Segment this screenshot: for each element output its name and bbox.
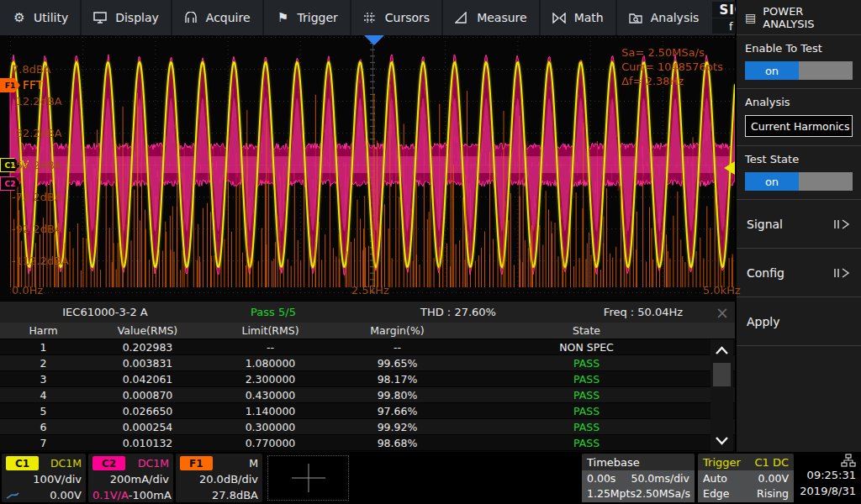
menu-item-display[interactable]: Display bbox=[82, 0, 172, 35]
menu-label: Acquire bbox=[206, 11, 251, 24]
toggle-on-half: on bbox=[745, 61, 799, 80]
table-cell: PASS bbox=[462, 357, 710, 370]
table-row: 30.0420612.30000098.17%PASS bbox=[0, 371, 735, 387]
analysis-icon bbox=[629, 12, 644, 24]
empty-channel-slot[interactable] bbox=[267, 455, 349, 501]
panel-header: ▤ POWER ANALYSIS bbox=[737, 0, 861, 35]
power-analysis-panel: ▤ POWER ANALYSIS Enable To Test on Analy… bbox=[736, 0, 861, 452]
config-menu-item[interactable]: Config bbox=[737, 249, 861, 297]
scrollbar-thumb[interactable] bbox=[713, 363, 731, 386]
trigger-label: Trigger bbox=[703, 456, 741, 469]
harmonics-table-body: 10.202983----NON SPEC20.0038311.08000099… bbox=[0, 339, 735, 451]
table-cell: 0.000870 bbox=[87, 389, 209, 402]
table-cell: -- bbox=[332, 341, 462, 354]
table-header: Limit(RMS) bbox=[209, 324, 332, 337]
table-cell: 99.92% bbox=[332, 421, 462, 433]
table-row: 10.202983----NON SPEC bbox=[0, 339, 735, 355]
menu-item-utility[interactable]: ⚙ Utility bbox=[0, 0, 82, 35]
gear-icon: ⚙ bbox=[12, 10, 27, 25]
menu-item-math[interactable]: Math bbox=[541, 0, 617, 35]
trigger-level: 0.00V bbox=[758, 471, 789, 486]
signal-menu-item[interactable]: Signal bbox=[737, 200, 861, 249]
table-header: Margin(%) bbox=[332, 324, 462, 337]
f1-mode: M bbox=[249, 457, 258, 470]
pass-status: Pass 5/5 bbox=[210, 306, 336, 318]
table-cell: 1.080000 bbox=[209, 357, 332, 370]
toggle-on-half: on bbox=[745, 172, 799, 191]
test-result-bar: IEC61000-3-2 A Pass 5/5 THD : 27.60% Fre… bbox=[0, 301, 735, 323]
submenu-arrow-icon bbox=[832, 267, 851, 279]
table-cell: 0.000254 bbox=[87, 421, 209, 433]
f1-chip: F1 bbox=[180, 456, 213, 470]
test-state-section: Test State on bbox=[737, 146, 861, 200]
math-icon bbox=[552, 13, 568, 24]
signal-label: Signal bbox=[747, 218, 783, 231]
c2-probe-ratio: 0.1V/A bbox=[92, 489, 129, 501]
table-cell: 0.430000 bbox=[209, 389, 332, 402]
measure-icon bbox=[455, 12, 470, 24]
trigger-source: C1 DC bbox=[754, 456, 789, 469]
scroll-up-icon[interactable] bbox=[710, 339, 733, 361]
timebase-descriptor[interactable]: Timebase 0.00s 50.0ms/div 1.25Mpts 2.50M… bbox=[582, 454, 695, 502]
menu-item-cursors[interactable]: Cursors bbox=[351, 0, 443, 35]
table-header: Value(RMS) bbox=[87, 324, 209, 337]
table-cell: PASS bbox=[462, 405, 710, 417]
menu-item-measure[interactable]: Measure bbox=[443, 0, 541, 35]
menu-label: Math bbox=[574, 11, 604, 24]
trigger-descriptor[interactable]: Trigger C1 DC Auto 0.00V Edge Rising bbox=[698, 454, 794, 502]
table-cell: PASS bbox=[462, 421, 710, 433]
table-cell: 2 bbox=[0, 357, 87, 370]
channel2-descriptor[interactable]: C2 DC1M 200mA/div 0.1V/A -100mA bbox=[88, 454, 173, 502]
config-label: Config bbox=[747, 266, 784, 280]
network-icon[interactable] bbox=[841, 454, 856, 467]
clock-area: 09:25:31 2019/8/31 bbox=[797, 454, 859, 502]
waveform-canvas bbox=[0, 35, 735, 301]
table-cell: 98.68% bbox=[332, 437, 462, 449]
enable-toggle[interactable]: on bbox=[745, 61, 853, 80]
menu-item-trigger[interactable]: ⚑ Trigger bbox=[264, 0, 351, 35]
close-icon[interactable]: × bbox=[710, 302, 735, 323]
menu-label: Display bbox=[115, 11, 159, 24]
apply-button[interactable]: Apply bbox=[737, 297, 861, 346]
analysis-dropdown[interactable]: Current Harmonics bbox=[745, 115, 853, 137]
c1-unit-label: V bbox=[22, 159, 29, 171]
c1-scale: 100V/div bbox=[6, 471, 82, 487]
table-row: 70.0101320.77000098.68%PASS bbox=[0, 435, 735, 451]
menu-label: Trigger bbox=[298, 11, 338, 24]
table-cell: 99.80% bbox=[332, 389, 462, 402]
table-cell: 0.202983 bbox=[87, 341, 209, 354]
analysis-label: Analysis bbox=[745, 96, 853, 108]
menu-item-analysis[interactable]: Analysis bbox=[617, 0, 711, 35]
menu-label: Utility bbox=[34, 11, 68, 24]
table-cell: 99.65% bbox=[332, 357, 462, 370]
toggle-off-half bbox=[799, 172, 853, 191]
f1-scale: 20.0dB/div bbox=[180, 471, 258, 487]
table-cell: 0.300000 bbox=[209, 421, 332, 433]
scroll-down-icon[interactable] bbox=[710, 429, 733, 451]
thd-readout: THD : 27.60% bbox=[336, 306, 580, 318]
flag-icon: ⚑ bbox=[276, 10, 291, 25]
c1-offset: 0.00V bbox=[50, 489, 82, 501]
clock-time: 09:25:31 bbox=[807, 467, 856, 483]
table-row: 50.0266501.14000097.66%PASS bbox=[0, 403, 735, 419]
toggle-off-half bbox=[799, 61, 853, 80]
math-f1-descriptor[interactable]: F1 M 20.0dB/div 27.8dBA bbox=[176, 454, 262, 502]
test-state-label: Test State bbox=[745, 153, 853, 165]
table-cell: 5 bbox=[0, 405, 87, 417]
timebase-points: 1.25Mpts bbox=[587, 486, 636, 501]
trigger-type: Edge bbox=[703, 486, 729, 501]
table-header: Harm bbox=[0, 324, 87, 337]
channel1-descriptor[interactable]: C1 DC1M 100V/div 0.00V bbox=[2, 454, 86, 502]
table-scrollbar bbox=[710, 339, 733, 451]
c2-offset: -100mA bbox=[129, 489, 172, 501]
acquire-icon bbox=[184, 12, 199, 24]
table-cell: 0.042061 bbox=[87, 373, 209, 386]
c2-chip: C2 bbox=[92, 456, 125, 470]
table-cell: -- bbox=[209, 341, 332, 354]
apply-label: Apply bbox=[747, 315, 780, 328]
menu-item-acquire[interactable]: Acquire bbox=[172, 0, 264, 35]
waveform-display: F1 FFT C1 V C2 Sa= 2.50MSa/s Curr= 10485… bbox=[0, 35, 735, 301]
test-state-toggle[interactable]: on bbox=[745, 172, 853, 191]
table-cell: 0.770000 bbox=[209, 437, 332, 449]
table-row: 20.0038311.08000099.65%PASS bbox=[0, 355, 735, 371]
